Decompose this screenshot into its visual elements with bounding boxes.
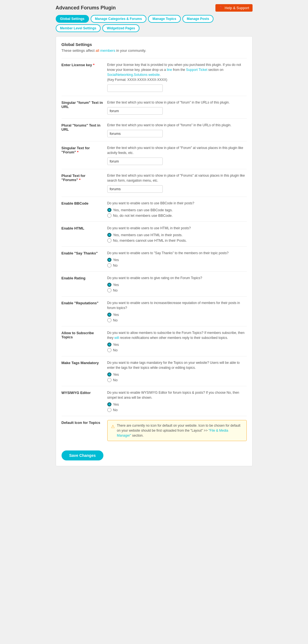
- bbcode-no-radio[interactable]: [107, 213, 111, 218]
- plural-forums-text-description: Enter the text which you want to show in…: [107, 173, 247, 183]
- tags-mandatory-description: Do you want to make tags mandatory for t…: [107, 360, 247, 370]
- plural-forums-text-row: Plural Text for "Forums" * Enter the tex…: [62, 169, 247, 197]
- tab-manage-topics[interactable]: Manage Topics: [148, 15, 181, 23]
- plural-forums-text-input[interactable]: [107, 185, 163, 193]
- main-panel: Global Settings These settings affect al…: [56, 36, 253, 466]
- page-header: Advanced Forums Plugin ❓ Help & Support: [56, 4, 253, 12]
- enable-rating-row: Enable Rating Do you want to enable user…: [62, 271, 247, 296]
- html-no-option[interactable]: No, members cannot use HTML in their Pos…: [107, 238, 247, 243]
- tab-member-level[interactable]: Member Level Settings: [56, 24, 101, 32]
- html-radio-group: Yes, members can use HTML in their posts…: [107, 233, 247, 243]
- rating-yes-radio[interactable]: [107, 283, 111, 287]
- bbcode-yes-radio[interactable]: [107, 208, 111, 212]
- say-thanks-no-option[interactable]: No: [107, 263, 247, 267]
- subscribe-topics-description: Do you want to allow members to subscrib…: [107, 330, 247, 340]
- tags-yes-radio[interactable]: [107, 372, 111, 377]
- say-thanks-yes-option[interactable]: Yes: [107, 258, 247, 262]
- license-key-label: Enter License key *: [62, 62, 107, 67]
- wysiwyg-yes-radio[interactable]: [107, 402, 111, 406]
- bbcode-yes-option[interactable]: Yes, members can use BBCode tags.: [107, 208, 247, 212]
- singular-forum-url-label: Singular "forum" Text in URL: [62, 100, 107, 109]
- license-key-description: Enter your license key that is provided …: [107, 62, 247, 82]
- wysiwyg-yes-option[interactable]: Yes: [107, 402, 247, 406]
- tags-yes-option[interactable]: Yes: [107, 372, 247, 377]
- rating-yes-option[interactable]: Yes: [107, 283, 247, 287]
- enable-html-row: Enable HTML Do you want to enable users …: [62, 221, 247, 246]
- tab-manage-posts[interactable]: Manage Posts: [182, 15, 214, 23]
- singular-forum-url-input[interactable]: [107, 107, 163, 115]
- bbcode-no-option[interactable]: No, do not let members use BBCode.: [107, 213, 247, 218]
- subscribe-yes-option[interactable]: Yes: [107, 342, 247, 347]
- tags-no-option[interactable]: No: [107, 378, 247, 382]
- subscribe-topics-row: Allow to Subscribe Topics Do you want to…: [62, 326, 247, 356]
- html-yes-option[interactable]: Yes, members can use HTML in their posts…: [107, 233, 247, 237]
- plural-forums-url-description: Enter the text which you want to show in…: [107, 123, 247, 128]
- enable-reputations-description: Do you want to enable users to increase/…: [107, 300, 247, 310]
- rating-no-option[interactable]: No: [107, 288, 247, 292]
- enable-html-description: Do you want to enable users to use HTML …: [107, 226, 247, 231]
- tab-widgetized-pages[interactable]: Widgetized Pages: [102, 24, 139, 32]
- enable-say-thanks-row: Enable "Say Thanks" Do you want to enabl…: [62, 246, 247, 271]
- plural-forums-url-row: Plural "forums" Text in URL Enter the te…: [62, 119, 247, 141]
- enable-bbcode-label: Enable BBCode: [62, 201, 107, 205]
- subscribe-yes-radio[interactable]: [107, 342, 111, 347]
- default-icon-row: Default Icon for Topics ⚠ There are curr…: [62, 416, 247, 445]
- rating-radio-group: Yes No: [107, 283, 247, 292]
- save-changes-button[interactable]: Save Changes: [62, 450, 104, 460]
- enable-html-label: Enable HTML: [62, 226, 107, 230]
- panel-title: Global Settings: [62, 42, 247, 47]
- subscribe-radio-group: Yes No: [107, 342, 247, 352]
- wysiwyg-radio-group: Yes No: [107, 402, 247, 412]
- info-icon: ⚠: [111, 423, 115, 430]
- tags-mandatory-row: Make Tags Mandatory Do you want to make …: [62, 356, 247, 386]
- singular-forum-text-input[interactable]: [107, 158, 163, 165]
- plural-forums-url-input[interactable]: [107, 130, 163, 137]
- enable-rating-label: Enable Rating: [62, 275, 107, 280]
- enable-reputations-label: Enable "Reputations": [62, 300, 107, 305]
- wysiwyg-no-option[interactable]: No: [107, 408, 247, 412]
- rating-no-radio[interactable]: [107, 288, 111, 292]
- enable-bbcode-description: Do you want to enable users to use BBCod…: [107, 201, 247, 206]
- enable-reputations-row: Enable "Reputations" Do you want to enab…: [62, 296, 247, 326]
- say-thanks-yes-radio[interactable]: [107, 258, 111, 262]
- html-yes-radio[interactable]: [107, 233, 111, 237]
- plural-forums-url-label: Plural "forums" Text in URL: [62, 123, 107, 132]
- reputations-radio-group: Yes No: [107, 313, 247, 322]
- enable-bbcode-row: Enable BBCode Do you want to enable user…: [62, 197, 247, 221]
- singular-forum-text-row: Singular Text for "Forum" * Enter the te…: [62, 141, 247, 169]
- enable-say-thanks-label: Enable "Say Thanks": [62, 251, 107, 255]
- save-section: Save Changes: [62, 445, 247, 460]
- wysiwyg-row: WYSIWYG Editor Do you want to enable WYS…: [62, 386, 247, 416]
- page-title: Advanced Forums Plugin: [56, 5, 116, 11]
- reputations-no-option[interactable]: No: [107, 318, 247, 322]
- singular-forum-url-row: Singular "forum" Text in URL Enter the t…: [62, 96, 247, 119]
- tab-global-settings[interactable]: Global Settings: [56, 15, 89, 23]
- nav-tabs: Global Settings Manage Categories & Foru…: [56, 15, 253, 32]
- tags-mandatory-label: Make Tags Mandatory: [62, 360, 107, 365]
- reputations-yes-radio[interactable]: [107, 313, 111, 317]
- tags-radio-group: Yes No: [107, 372, 247, 382]
- default-icon-info: ⚠ There are currently no icon for defaul…: [107, 420, 247, 441]
- singular-forum-url-description: Enter the text which you want to show in…: [107, 100, 247, 105]
- wysiwyg-no-radio[interactable]: [107, 408, 111, 412]
- wysiwyg-label: WYSIWYG Editor: [62, 390, 107, 395]
- tab-manage-categories[interactable]: Manage Categories & Forums: [91, 15, 146, 23]
- tags-no-radio[interactable]: [107, 378, 111, 382]
- singular-forum-text-description: Enter the text which you want to show in…: [107, 145, 247, 155]
- license-key-input[interactable]: [107, 84, 163, 92]
- subscribe-no-option[interactable]: No: [107, 348, 247, 352]
- subscribe-topics-label: Allow to Subscribe Topics: [62, 330, 107, 339]
- html-no-radio[interactable]: [107, 238, 111, 243]
- panel-subtitle: These settings affect all members in you…: [62, 48, 247, 53]
- help-support-button[interactable]: ❓ Help & Support: [215, 4, 252, 12]
- reputations-yes-option[interactable]: Yes: [107, 313, 247, 317]
- license-key-row: Enter License key * Enter your license k…: [62, 58, 247, 96]
- bbcode-radio-group: Yes, members can use BBCode tags. No, do…: [107, 208, 247, 218]
- enable-say-thanks-description: Do you want to enable users to "Say Than…: [107, 251, 247, 256]
- subscribe-no-radio[interactable]: [107, 348, 111, 352]
- plural-forums-text-label: Plural Text for "Forums" *: [62, 173, 107, 182]
- say-thanks-no-radio[interactable]: [107, 263, 111, 267]
- wysiwyg-description: Do you want to enable WYSIWYG Editor for…: [107, 390, 247, 400]
- reputations-no-radio[interactable]: [107, 318, 111, 322]
- enable-rating-description: Do you want to enable users to give rati…: [107, 275, 247, 280]
